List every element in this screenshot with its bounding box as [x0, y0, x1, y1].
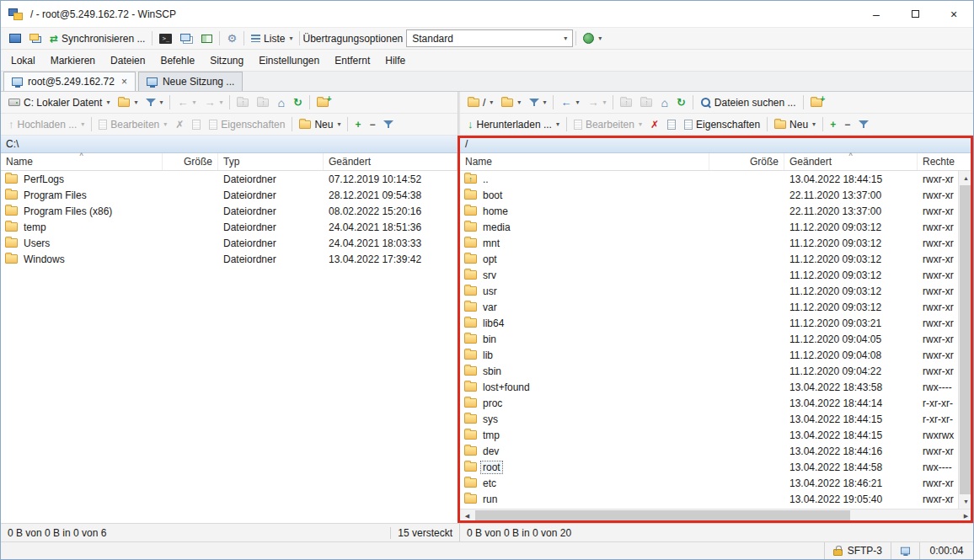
scroll-down-icon[interactable]: ▼ [959, 494, 973, 509]
preferences-button[interactable]: ⚙ [222, 29, 241, 48]
column-header-size[interactable]: Größe [163, 153, 218, 170]
column-header-type[interactable]: Typ [218, 153, 324, 170]
file-row[interactable]: mnt11.12.2020 09:03:12rwxr-xr [460, 235, 958, 251]
commander-view-button[interactable] [197, 29, 217, 48]
remote-select-add-button[interactable]: + [826, 115, 840, 134]
console-button[interactable]: >_ [155, 29, 176, 48]
remote-filter-button[interactable]: ▾ [525, 93, 550, 112]
transfer-preset-select[interactable]: Standard ▾ [406, 29, 573, 47]
local-edit-button[interactable]: Bearbeiten ▾ [94, 115, 171, 134]
session-security-status[interactable]: SFTP-3 [824, 542, 891, 559]
session-activity-status[interactable] [891, 542, 919, 559]
column-header-modified[interactable]: Geändert [324, 153, 458, 170]
file-row[interactable]: srv11.12.2020 09:03:12rwxr-xr [460, 267, 958, 283]
remote-dir-select[interactable]: / ▾ [463, 93, 497, 112]
local-selection-filter-button[interactable] [379, 115, 397, 134]
tab-close-icon[interactable]: × [121, 76, 127, 88]
remote-selection-filter-button[interactable] [854, 115, 872, 134]
file-row[interactable]: PerfLogsDateiordner07.12.2019 10:14:52 [1, 171, 458, 187]
file-row[interactable]: lost+found13.04.2022 18:43:58rwx---- [460, 379, 958, 395]
file-row[interactable]: dev13.04.2022 18:44:16rwxr-xr [460, 443, 958, 459]
local-select-remove-button[interactable]: − [365, 115, 379, 134]
file-row[interactable]: ↑..13.04.2022 18:44:15rwxr-xr [460, 171, 958, 187]
local-rename-button[interactable] [188, 115, 205, 134]
remote-delete-button[interactable]: ✗ [646, 115, 663, 134]
scroll-left-icon[interactable]: ◀ [460, 513, 474, 520]
remote-forward-button[interactable]: →▾ [583, 93, 610, 112]
local-forward-button[interactable]: →▾ [200, 93, 227, 112]
vertical-scroll-thumb[interactable] [960, 185, 972, 494]
menu-befehle[interactable]: Befehle [153, 51, 202, 70]
local-parent-dir-button[interactable]: ↑ [233, 93, 253, 112]
menu-lokal[interactable]: Lokal [3, 51, 43, 70]
file-row[interactable]: Program FilesDateiordner28.12.2021 09:54… [1, 187, 458, 203]
horizontal-scroll-thumb[interactable] [475, 510, 850, 523]
file-row[interactable]: lib11.12.2020 09:04:08rwxr-xr [460, 347, 958, 363]
close-button[interactable]: × [934, 1, 973, 27]
scroll-right-icon[interactable]: ▶ [959, 513, 973, 520]
file-row[interactable]: proc13.04.2022 18:44:14r-xr-xr- [460, 395, 958, 411]
local-hidden-status[interactable]: 15 versteckt [398, 527, 452, 539]
column-header-rights[interactable]: Rechte [918, 153, 973, 170]
session-windows-button[interactable] [25, 29, 45, 48]
remote-path-bar[interactable]: / [460, 136, 973, 153]
remote-edit-button[interactable]: Bearbeiten ▾ [570, 115, 646, 134]
file-row[interactable]: boot22.11.2020 13:37:00rwxr-xr [460, 187, 958, 203]
menu-hilfe[interactable]: Hilfe [377, 51, 413, 70]
column-header-modified[interactable]: Geändert^ [784, 153, 918, 170]
transfer-settings-button[interactable]: ▾ [579, 29, 606, 48]
file-row[interactable]: usr11.12.2020 09:03:12rwxr-xr [460, 283, 958, 299]
local-dir-dropdown[interactable]: ▾ [114, 93, 142, 112]
file-row[interactable]: media11.12.2020 09:03:12rwxr-xr [460, 219, 958, 235]
menu-dateien[interactable]: Dateien [103, 51, 153, 70]
file-row[interactable]: Program Files (x86)Dateiordner08.02.2022… [1, 203, 458, 219]
file-row[interactable]: root13.04.2022 18:44:58rwx---- [460, 459, 958, 475]
file-row[interactable]: sys13.04.2022 18:44:15r-xr-xr- [460, 411, 958, 427]
local-new-button[interactable]: Neu ▾ [295, 115, 345, 134]
session-dialog-button[interactable] [5, 29, 25, 48]
upload-button[interactable]: ↑ Hochladen ... ▾ [4, 115, 88, 134]
remote-refresh-button[interactable]: ↻ [672, 93, 690, 112]
remote-root-dir-button[interactable]: ↑ [636, 93, 656, 112]
file-row[interactable]: tmp13.04.2022 18:44:15rwxrwx [460, 427, 958, 443]
file-row[interactable]: etc13.04.2022 18:46:21rwxr-xr [460, 475, 958, 491]
local-filter-button[interactable]: ▾ [142, 93, 167, 112]
file-row[interactable]: var11.12.2020 09:03:12rwxr-xr [460, 299, 958, 315]
local-properties-button[interactable]: Eigenschaften [205, 115, 289, 134]
tab-new-session[interactable]: Neue Sitzung ... [138, 72, 243, 91]
tab-session-active[interactable]: root@5.249.162.72 × [3, 72, 136, 91]
menu-einstellungen[interactable]: Einstellungen [251, 51, 327, 70]
menu-markieren[interactable]: Markieren [43, 51, 103, 70]
remote-home-button[interactable]: ⌂ [656, 93, 672, 112]
local-path-bar[interactable]: C:\ [1, 136, 458, 153]
local-delete-button[interactable]: ✗ [171, 115, 188, 134]
queue-button[interactable] [176, 29, 197, 48]
synchronize-button[interactable]: ⇄ Synchronisieren ... [45, 29, 149, 48]
horizontal-scrollbar[interactable]: ◀ ▶ [460, 509, 973, 523]
remote-rename-button[interactable] [663, 115, 680, 134]
sync-browsing-button[interactable]: + [806, 93, 830, 112]
file-row[interactable]: run13.04.2022 19:05:40rwxr-xr [460, 491, 958, 507]
file-row[interactable]: home22.11.2020 13:37:00rwxr-xr [460, 203, 958, 219]
local-select-add-button[interactable]: + [351, 115, 365, 134]
local-refresh-button[interactable]: ↻ [289, 93, 307, 112]
column-header-name[interactable]: Name [460, 153, 709, 170]
find-files-button[interactable]: Dateien suchen ... [696, 93, 800, 112]
remote-properties-button[interactable]: Eigenschaften [680, 115, 764, 134]
file-row[interactable]: lib6411.12.2020 09:03:21rwxr-xr [460, 315, 958, 331]
column-header-size[interactable]: Größe [709, 153, 784, 170]
file-row[interactable]: bin11.12.2020 09:04:05rwxr-xr [460, 331, 958, 347]
local-back-button[interactable]: ←▾ [173, 93, 200, 112]
menu-sitzung[interactable]: Sitzung [202, 51, 251, 70]
local-root-dir-button[interactable]: ↑ [253, 93, 273, 112]
scroll-up-icon[interactable]: ▲ [959, 171, 973, 185]
menu-entfernt[interactable]: Entfernt [327, 51, 377, 70]
maximize-button[interactable] [896, 1, 934, 27]
column-header-name[interactable]: Name^ [1, 153, 163, 170]
remote-back-button[interactable]: ←▾ [556, 93, 583, 112]
local-add-bookmark-button[interactable]: + [313, 93, 336, 112]
file-row[interactable]: opt11.12.2020 09:03:12rwxr-xr [460, 251, 958, 267]
remote-select-remove-button[interactable]: − [840, 115, 854, 134]
list-view-button[interactable]: Liste ▾ [247, 29, 297, 48]
file-row[interactable]: tempDateiordner24.04.2021 18:51:36 [1, 219, 458, 235]
